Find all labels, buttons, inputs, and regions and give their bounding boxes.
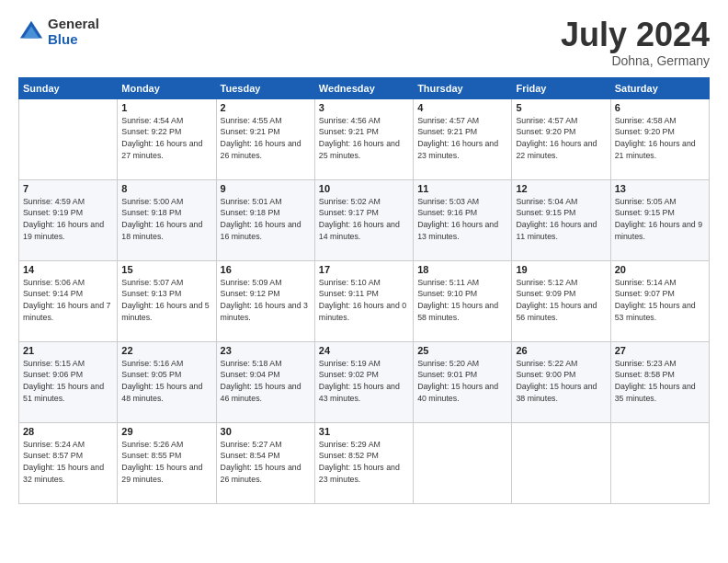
daylight-text: Daylight: 15 hours and 48 minutes. bbox=[121, 381, 211, 405]
cell-info: Sunrise: 5:03 AMSunset: 9:16 PMDaylight:… bbox=[417, 196, 507, 243]
cell-info: Sunrise: 5:12 AMSunset: 9:09 PMDaylight:… bbox=[516, 277, 606, 324]
table-row: 25Sunrise: 5:20 AMSunset: 9:01 PMDayligh… bbox=[414, 341, 512, 422]
sunrise-text: Sunrise: 5:14 AM bbox=[615, 277, 705, 289]
daylight-text: Daylight: 16 hours and 0 minutes. bbox=[319, 300, 409, 324]
sunrise-text: Sunrise: 4:57 AM bbox=[516, 115, 606, 127]
sunset-text: Sunset: 9:09 PM bbox=[516, 288, 606, 300]
table-row: 3Sunrise: 4:56 AMSunset: 9:21 PMDaylight… bbox=[314, 98, 413, 179]
cell-day-number: 6 bbox=[615, 102, 705, 113]
logo: General Blue bbox=[18, 17, 99, 47]
cell-day-number: 27 bbox=[615, 345, 705, 356]
title-block: July 2024 Dohna, Germany bbox=[561, 17, 710, 68]
week-row-5: 28Sunrise: 5:24 AMSunset: 8:57 PMDayligh… bbox=[19, 422, 710, 503]
sunset-text: Sunset: 9:12 PM bbox=[221, 288, 311, 300]
sunset-text: Sunset: 9:21 PM bbox=[417, 126, 507, 138]
cell-day-number: 29 bbox=[121, 426, 211, 437]
sunset-text: Sunset: 9:20 PM bbox=[615, 126, 705, 138]
week-row-3: 14Sunrise: 5:06 AMSunset: 9:14 PMDayligh… bbox=[19, 260, 710, 341]
table-row: 28Sunrise: 5:24 AMSunset: 8:57 PMDayligh… bbox=[19, 422, 118, 503]
sunset-text: Sunset: 8:57 PM bbox=[23, 450, 113, 462]
daylight-text: Daylight: 16 hours and 22 minutes. bbox=[516, 138, 606, 162]
sunset-text: Sunset: 9:01 PM bbox=[417, 369, 507, 381]
location-subtitle: Dohna, Germany bbox=[561, 53, 710, 68]
sunset-text: Sunset: 9:22 PM bbox=[121, 126, 211, 138]
sunset-text: Sunset: 9:18 PM bbox=[221, 207, 311, 219]
cell-info: Sunrise: 5:06 AMSunset: 9:14 PMDaylight:… bbox=[23, 277, 113, 324]
table-row: 22Sunrise: 5:16 AMSunset: 9:05 PMDayligh… bbox=[118, 341, 216, 422]
cell-day-number: 11 bbox=[417, 183, 507, 194]
sunset-text: Sunset: 8:58 PM bbox=[615, 369, 705, 381]
daylight-text: Daylight: 15 hours and 35 minutes. bbox=[615, 381, 705, 405]
sunset-text: Sunset: 9:14 PM bbox=[23, 288, 113, 300]
calendar-table: Sunday Monday Tuesday Wednesday Thursday… bbox=[18, 77, 710, 504]
cell-day-number: 2 bbox=[221, 102, 311, 113]
cell-day-number: 9 bbox=[221, 183, 311, 194]
table-row: 31Sunrise: 5:29 AMSunset: 8:52 PMDayligh… bbox=[314, 422, 413, 503]
cell-info: Sunrise: 5:19 AMSunset: 9:02 PMDaylight:… bbox=[319, 358, 409, 405]
sunset-text: Sunset: 9:18 PM bbox=[121, 207, 211, 219]
sunset-text: Sunset: 9:21 PM bbox=[319, 126, 409, 138]
cell-info: Sunrise: 5:05 AMSunset: 9:15 PMDaylight:… bbox=[615, 196, 705, 243]
sunrise-text: Sunrise: 5:11 AM bbox=[417, 277, 507, 289]
sunrise-text: Sunrise: 5:06 AM bbox=[23, 277, 113, 289]
col-monday: Monday bbox=[118, 77, 216, 98]
cell-info: Sunrise: 5:20 AMSunset: 9:01 PMDaylight:… bbox=[417, 358, 507, 405]
daylight-text: Daylight: 15 hours and 46 minutes. bbox=[221, 381, 311, 405]
cell-info: Sunrise: 5:15 AMSunset: 9:06 PMDaylight:… bbox=[23, 358, 113, 405]
cell-info: Sunrise: 4:55 AMSunset: 9:21 PMDaylight:… bbox=[221, 115, 311, 162]
sunset-text: Sunset: 9:15 PM bbox=[516, 207, 606, 219]
daylight-text: Daylight: 15 hours and 51 minutes. bbox=[23, 381, 113, 405]
col-wednesday: Wednesday bbox=[314, 77, 413, 98]
cell-info: Sunrise: 4:57 AMSunset: 9:21 PMDaylight:… bbox=[417, 115, 507, 162]
cell-info: Sunrise: 5:01 AMSunset: 9:18 PMDaylight:… bbox=[221, 196, 311, 243]
cell-info: Sunrise: 4:59 AMSunset: 9:19 PMDaylight:… bbox=[23, 196, 113, 243]
cell-day-number: 23 bbox=[221, 345, 311, 356]
col-sunday: Sunday bbox=[19, 77, 118, 98]
daylight-text: Daylight: 16 hours and 26 minutes. bbox=[221, 138, 311, 162]
daylight-text: Daylight: 16 hours and 27 minutes. bbox=[121, 138, 211, 162]
sunrise-text: Sunrise: 4:57 AM bbox=[417, 115, 507, 127]
sunset-text: Sunset: 9:02 PM bbox=[319, 369, 409, 381]
cell-day-number: 1 bbox=[121, 102, 211, 113]
daylight-text: Daylight: 15 hours and 23 minutes. bbox=[319, 462, 409, 486]
table-row: 26Sunrise: 5:22 AMSunset: 9:00 PMDayligh… bbox=[512, 341, 610, 422]
cell-day-number: 31 bbox=[319, 426, 409, 437]
cell-day-number: 13 bbox=[615, 183, 705, 194]
daylight-text: Daylight: 16 hours and 23 minutes. bbox=[417, 138, 507, 162]
sunrise-text: Sunrise: 5:00 AM bbox=[121, 196, 211, 208]
daylight-text: Daylight: 16 hours and 18 minutes. bbox=[121, 219, 211, 243]
cell-day-number: 12 bbox=[516, 183, 606, 194]
cell-info: Sunrise: 5:26 AMSunset: 8:55 PMDaylight:… bbox=[121, 439, 211, 486]
sunset-text: Sunset: 9:16 PM bbox=[417, 207, 507, 219]
table-row: 9Sunrise: 5:01 AMSunset: 9:18 PMDaylight… bbox=[216, 179, 314, 260]
cell-info: Sunrise: 5:00 AMSunset: 9:18 PMDaylight:… bbox=[121, 196, 211, 243]
cell-day-number: 17 bbox=[319, 264, 409, 275]
sunrise-text: Sunrise: 5:05 AM bbox=[615, 196, 705, 208]
cell-day-number: 26 bbox=[516, 345, 606, 356]
cell-info: Sunrise: 5:18 AMSunset: 9:04 PMDaylight:… bbox=[221, 358, 311, 405]
col-friday: Friday bbox=[512, 77, 610, 98]
sunset-text: Sunset: 9:20 PM bbox=[516, 126, 606, 138]
page: General Blue July 2024 Dohna, Germany Su… bbox=[0, 0, 728, 563]
daylight-text: Daylight: 16 hours and 5 minutes. bbox=[121, 300, 211, 324]
sunrise-text: Sunrise: 5:27 AM bbox=[221, 439, 311, 451]
table-row: 18Sunrise: 5:11 AMSunset: 9:10 PMDayligh… bbox=[414, 260, 512, 341]
col-tuesday: Tuesday bbox=[216, 77, 314, 98]
cell-day-number: 20 bbox=[615, 264, 705, 275]
sunset-text: Sunset: 9:17 PM bbox=[319, 207, 409, 219]
cell-day-number: 25 bbox=[417, 345, 507, 356]
table-row: 17Sunrise: 5:10 AMSunset: 9:11 PMDayligh… bbox=[314, 260, 413, 341]
table-row: 23Sunrise: 5:18 AMSunset: 9:04 PMDayligh… bbox=[216, 341, 314, 422]
sunset-text: Sunset: 8:52 PM bbox=[319, 450, 409, 462]
table-row: 2Sunrise: 4:55 AMSunset: 9:21 PMDaylight… bbox=[216, 98, 314, 179]
daylight-text: Daylight: 15 hours and 40 minutes. bbox=[417, 381, 507, 405]
sunset-text: Sunset: 9:06 PM bbox=[23, 369, 113, 381]
sunset-text: Sunset: 9:00 PM bbox=[516, 369, 606, 381]
cell-info: Sunrise: 4:58 AMSunset: 9:20 PMDaylight:… bbox=[615, 115, 705, 162]
sunrise-text: Sunrise: 5:15 AM bbox=[23, 358, 113, 370]
sunset-text: Sunset: 8:54 PM bbox=[221, 450, 311, 462]
header: General Blue July 2024 Dohna, Germany bbox=[18, 17, 710, 68]
cell-info: Sunrise: 5:11 AMSunset: 9:10 PMDaylight:… bbox=[417, 277, 507, 324]
daylight-text: Daylight: 16 hours and 16 minutes. bbox=[221, 219, 311, 243]
sunrise-text: Sunrise: 4:55 AM bbox=[221, 115, 311, 127]
